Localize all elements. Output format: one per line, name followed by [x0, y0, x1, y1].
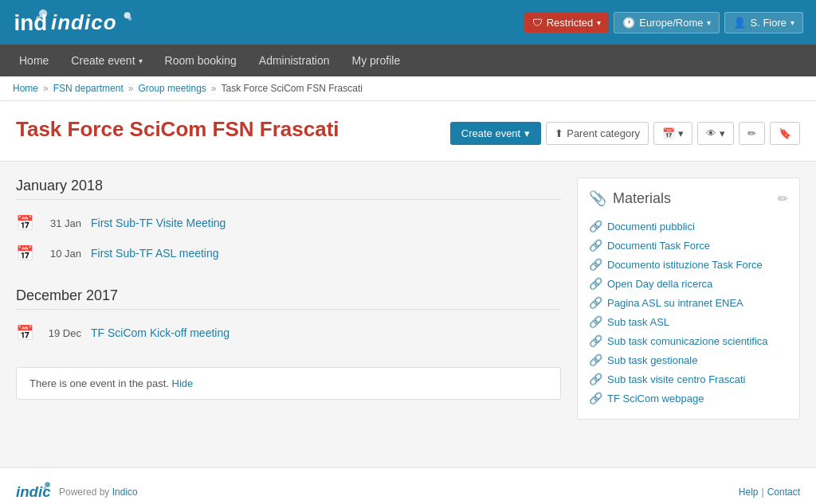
- nav-room-booking[interactable]: Room booking: [154, 45, 248, 76]
- parent-category-label: Parent category: [567, 127, 640, 139]
- restricted-button[interactable]: 🛡 Restricted ▾: [524, 13, 610, 33]
- event-calendar-icon-2: 📅: [16, 244, 32, 262]
- footer-separator: |: [762, 486, 764, 498]
- visibility-button[interactable]: 👁 ▾: [697, 122, 734, 145]
- material-link-4[interactable]: 🔗 Pagina ASL su intranet ENEA: [589, 293, 788, 312]
- material-link-text-4: Pagina ASL su intranet ENEA: [607, 297, 743, 309]
- eye-icon: 👁: [706, 127, 716, 139]
- link-icon: 🔗: [589, 354, 602, 366]
- material-link-1[interactable]: 🔗 Documenti Task Force: [589, 236, 788, 255]
- create-event-dropdown-arrow: ▾: [139, 57, 143, 65]
- up-arrow-icon: ⬆: [555, 127, 563, 139]
- link-icon: 🔗: [589, 334, 602, 347]
- material-link-3[interactable]: 🔗 Open Day della ricerca: [589, 274, 788, 293]
- clock-icon: 🕐: [622, 17, 635, 29]
- material-link-text-7: Sub task gestionale: [607, 354, 697, 366]
- footer-links: Help | Contact: [739, 486, 800, 498]
- footer-logo: indico Powered by Indico: [16, 481, 138, 503]
- materials-links: 🔗 Documenti pubblici 🔗 Documenti Task Fo…: [589, 217, 788, 408]
- calendar-dropdown-arrow: ▾: [678, 127, 684, 139]
- breadcrumb-sep-3: »: [211, 83, 217, 94]
- top-right-actions: 🛡 Restricted ▾ 🕐 Europe/Rome ▾ 👤 S. Fior…: [524, 12, 803, 33]
- nav-create-event[interactable]: Create event ▾: [60, 45, 153, 76]
- breadcrumb-group[interactable]: Group meetings: [138, 83, 206, 94]
- month-group-january: January 2018 📅 31 Jan First Sub-TF Visit…: [16, 178, 561, 268]
- logo[interactable]: indico indico: [13, 5, 131, 40]
- main-content: January 2018 📅 31 Jan First Sub-TF Visit…: [0, 162, 816, 436]
- materials-edit-icon[interactable]: ✏: [778, 191, 788, 206]
- user-label: S. Fiore: [750, 17, 787, 29]
- event-link-1[interactable]: First Sub-TF Visite Meeting: [91, 217, 226, 229]
- event-link-3[interactable]: TF SciCom Kick-off meeting: [91, 326, 230, 339]
- event-date-1: 31 Jan: [41, 217, 81, 229]
- nav-home[interactable]: Home: [8, 45, 60, 76]
- footer-indico-link[interactable]: Indico: [112, 486, 138, 498]
- nav-administration[interactable]: Administration: [248, 45, 341, 76]
- material-link-9[interactable]: 🔗 TF SciCom webpage: [589, 389, 788, 408]
- event-item: 📅 31 Jan First Sub-TF Visite Meeting: [16, 208, 561, 238]
- bookmark-icon: 🔖: [779, 127, 791, 139]
- timezone-dropdown-arrow: ▾: [707, 18, 711, 27]
- month-group-december: December 2017 📅 19 Dec TF SciCom Kick-of…: [16, 287, 561, 348]
- create-event-label: Create event: [461, 127, 520, 139]
- calendar-icon: 📅: [662, 127, 675, 139]
- nav-create-event-label: Create event: [71, 54, 135, 67]
- breadcrumb-sep-1: »: [43, 83, 49, 94]
- event-item: 📅 19 Dec TF SciCom Kick-off meeting: [16, 318, 561, 348]
- material-link-8[interactable]: 🔗 Sub task visite centro Frascati: [589, 369, 788, 389]
- page-header: Task Force SciCom FSN Frascati Create ev…: [0, 101, 816, 162]
- materials-header: 📎 Materials ✏: [589, 189, 788, 207]
- material-link-0[interactable]: 🔗 Documenti pubblici: [589, 217, 788, 236]
- calendar-view-button[interactable]: 📅 ▾: [653, 122, 692, 145]
- parent-category-button[interactable]: ⬆ Parent category: [546, 122, 649, 145]
- breadcrumb-home[interactable]: Home: [13, 83, 38, 94]
- material-link-2[interactable]: 🔗 Documento istituzione Task Force: [589, 255, 788, 274]
- event-item: 📅 10 Jan First Sub-TF ASL meeting: [16, 238, 561, 268]
- breadcrumb-fsn[interactable]: FSN department: [53, 83, 124, 94]
- link-icon: 🔗: [589, 220, 602, 232]
- material-link-7[interactable]: 🔗 Sub task gestionale: [589, 350, 788, 369]
- user-icon: 👤: [733, 17, 746, 29]
- past-notice: There is one event in the past. Hide: [16, 367, 561, 400]
- month-header-december: December 2017: [16, 287, 561, 310]
- visibility-dropdown-arrow: ▾: [720, 127, 725, 139]
- svg-point-1: [39, 10, 47, 18]
- event-calendar-icon-1: 📅: [16, 214, 32, 232]
- link-icon: 🔗: [589, 315, 602, 328]
- nav-my-profile[interactable]: My profile: [341, 45, 412, 76]
- nav-bar: Home Create event ▾ Room booking Adminis…: [0, 45, 816, 76]
- event-date-3: 19 Dec: [41, 327, 81, 339]
- powered-by-text: Powered by: [59, 486, 109, 498]
- material-link-text-0: Documenti pubblici: [607, 221, 695, 232]
- material-link-text-5: Sub task ASL: [607, 316, 669, 328]
- footer-help-link[interactable]: Help: [739, 486, 759, 498]
- edit-button[interactable]: ✏: [739, 122, 765, 145]
- breadcrumb: Home » FSN department » Group meetings »…: [0, 76, 816, 101]
- material-link-5[interactable]: 🔗 Sub task ASL: [589, 312, 788, 331]
- footer-contact-link[interactable]: Contact: [767, 486, 800, 498]
- timezone-label: Europe/Rome: [639, 17, 703, 29]
- svg-point-7: [43, 486, 46, 490]
- material-link-text-6: Sub task comunicazione scientifica: [607, 335, 768, 347]
- hide-past-link[interactable]: Hide: [172, 377, 194, 389]
- event-calendar-icon-3: 📅: [16, 324, 32, 342]
- timezone-button[interactable]: 🕐 Europe/Rome ▾: [614, 12, 720, 33]
- bookmark-button[interactable]: 🔖: [770, 122, 800, 145]
- create-event-button[interactable]: Create event ▾: [450, 122, 541, 145]
- link-icon: 🔗: [589, 296, 602, 309]
- link-icon: 🔗: [589, 277, 602, 290]
- header-actions: Create event ▾ ⬆ Parent category 📅 ▾ 👁 ▾…: [450, 122, 800, 145]
- page-title: Task Force SciCom FSN Frascati: [16, 117, 339, 142]
- link-icon: 🔗: [589, 239, 602, 252]
- shield-icon: 🛡: [532, 17, 543, 29]
- create-event-arrow: ▾: [524, 127, 530, 139]
- material-link-6[interactable]: 🔗 Sub task comunicazione scientifica: [589, 331, 788, 350]
- past-notice-text: There is one event in the past.: [29, 377, 169, 389]
- event-link-2[interactable]: First Sub-TF ASL meeting: [91, 247, 219, 260]
- footer: indico Powered by Indico Help | Contact: [0, 467, 816, 504]
- footer-indico-logo: indico: [16, 481, 51, 503]
- material-link-text-9: TF SciCom webpage: [607, 393, 704, 404]
- user-button[interactable]: 👤 S. Fiore ▾: [724, 12, 803, 33]
- pencil-icon: ✏: [747, 127, 756, 139]
- footer-powered-by: Powered by Indico: [59, 486, 138, 498]
